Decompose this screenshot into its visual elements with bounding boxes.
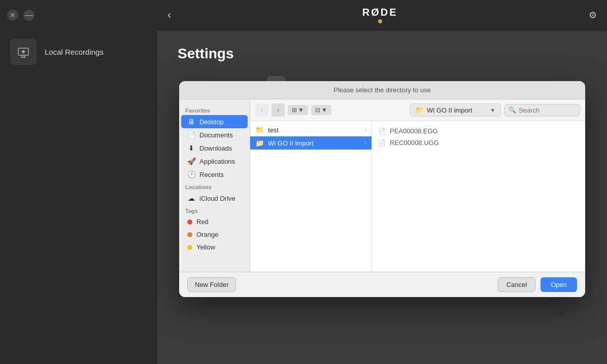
sidebar-item-yellow-tag[interactable]: Yellow [181, 241, 248, 253]
close-button[interactable]: ✕ [7, 10, 18, 21]
file-item-wi-go-arrow: › [365, 140, 366, 146]
forward-nav-button[interactable]: › [272, 103, 285, 117]
search-icon: 🔍 [509, 106, 516, 114]
sidebar-item-desktop[interactable]: 🖥 Desktop [181, 115, 248, 128]
dialog-header: Please select the directory to use [179, 81, 585, 99]
sidebar-item-recents[interactable]: 🕐 Recents [181, 168, 248, 181]
grid-view-arrow: ▼ [321, 106, 327, 114]
orange-tag-label: Orange [196, 231, 218, 238]
sidebar-item-applications[interactable]: 🚀 Applications [181, 155, 248, 168]
folder-icon: 📁 [415, 106, 424, 114]
open-button[interactable]: Open [541, 277, 577, 292]
column-view-icon: ⊞ [292, 106, 297, 114]
locations-section-title: Locations [179, 181, 250, 192]
sidebar-item-red-tag[interactable]: Red [181, 215, 248, 228]
logo-text: RØDE [362, 7, 398, 18]
grid-view-button[interactable]: ⊟ ▼ [311, 105, 331, 115]
desktop-icon: 🖥 [187, 118, 195, 126]
svg-point-1 [22, 50, 25, 53]
back-button[interactable]: ‹ [167, 10, 171, 21]
column-view-arrow: ▼ [298, 106, 304, 114]
sidebar-item-desktop-label: Desktop [199, 118, 224, 126]
downloads-icon: ⬇ [187, 144, 195, 152]
documents-icon: 📄 [187, 131, 195, 139]
rode-logo: RØDE [362, 7, 398, 23]
red-tag-label: Red [196, 218, 209, 226]
folder-wi-go-icon: 📁 [255, 139, 264, 147]
logo-dot [378, 19, 382, 23]
sidebar-item-documents-label: Documents [199, 131, 233, 139]
sidebar-item-icloud-label: iCloud Drive [199, 195, 235, 202]
sidebar-item-documents[interactable]: 📄 Documents [181, 128, 248, 141]
detail-pea-label: PEA00008.EGG [390, 127, 438, 135]
folder-test-icon: 📁 [255, 126, 264, 134]
back-nav-button[interactable]: ‹ [255, 103, 268, 117]
detail-file-pea: 📄 PEA00008.EGG [378, 125, 579, 137]
dialog-toolbar: ‹ › ⊞ ▼ ⊟ ▼ 📁 Wi GO II import ▼ [250, 99, 585, 121]
file-item-test[interactable]: 📁 test › [250, 123, 372, 136]
main-content: ‹ RØDE ⚙ Settings Factory Reset ↻ Monito… [157, 0, 607, 364]
file-item-test-arrow: › [365, 127, 366, 133]
file-item-wi-go-label: Wi GO II import [268, 139, 361, 147]
detail-rec-label: REC00008.UGG [390, 139, 439, 147]
dialog-body: Favorites 🖥 Desktop 📄 Documents ⬇ Downlo… [179, 99, 585, 272]
sidebar-item-orange-tag[interactable]: Orange [181, 228, 248, 241]
new-folder-button[interactable]: New Folder [187, 277, 236, 292]
red-tag-dot [187, 220, 192, 225]
dialog-footer-actions: Cancel Open [498, 277, 577, 292]
sidebar-item-icloud[interactable]: ☁ iCloud Drive [181, 192, 248, 205]
topbar: ‹ RØDE ⚙ [157, 0, 607, 30]
detail-pea-icon: 📄 [378, 128, 386, 135]
device-label: Local Recordings [45, 48, 104, 56]
search-input[interactable] [519, 106, 569, 114]
detail-file-rec: 📄 REC00008.UGG [378, 137, 579, 149]
column-view-button[interactable]: ⊞ ▼ [288, 105, 308, 115]
device-icon [10, 39, 37, 65]
dialog-sidebar: Favorites 🖥 Desktop 📄 Documents ⬇ Downlo… [179, 99, 250, 272]
file-item-wi-go[interactable]: 📁 Wi GO II import › [250, 136, 372, 150]
sidebar-item-recents-label: Recents [199, 171, 224, 178]
yellow-tag-dot [187, 245, 192, 250]
dialog-footer: New Folder Cancel Open [179, 272, 585, 297]
sidebar: ✕ — Local Recordings [0, 0, 157, 364]
titlebar: ✕ — [0, 0, 157, 30]
dialog-files: 📁 test › 📁 Wi GO II import › 📄 [250, 121, 585, 272]
dialog-header-text: Please select the directory to use [333, 86, 431, 94]
favorites-section-title: Favorites [179, 104, 250, 115]
file-dialog: Please select the directory to use Favor… [179, 81, 585, 297]
file-item-test-label: test [268, 126, 361, 134]
orange-tag-dot [187, 232, 192, 237]
current-folder-display[interactable]: 📁 Wi GO II import ▼ [410, 103, 501, 117]
search-bar: 🔍 [504, 104, 580, 117]
sidebar-item-applications-label: Applications [199, 158, 235, 165]
recents-icon: 🕐 [187, 170, 195, 178]
dialog-main: ‹ › ⊞ ▼ ⊟ ▼ 📁 Wi GO II import ▼ [250, 99, 585, 272]
file-detail-column: 📄 PEA00008.EGG 📄 REC00008.UGG [372, 121, 585, 272]
cancel-button[interactable]: Cancel [498, 277, 535, 292]
detail-rec-icon: 📄 [378, 139, 386, 147]
file-list-column: 📁 test › 📁 Wi GO II import › [250, 121, 372, 272]
minimize-button[interactable]: — [23, 10, 35, 21]
icloud-icon: ☁ [187, 194, 195, 202]
sidebar-item-downloads-label: Downloads [199, 144, 232, 152]
gear-button[interactable]: ⚙ [589, 10, 597, 21]
sidebar-item-downloads[interactable]: ⬇ Downloads [181, 141, 248, 155]
settings-title: Settings [178, 46, 587, 62]
current-folder-name: Wi GO II import [427, 106, 487, 114]
folder-dropdown-icon: ▼ [490, 107, 495, 113]
tags-section-title: Tags [179, 205, 250, 215]
grid-view-icon: ⊟ [315, 106, 320, 114]
applications-icon: 🚀 [187, 157, 195, 165]
yellow-tag-label: Yellow [196, 243, 215, 251]
device-section: Local Recordings [0, 30, 157, 73]
